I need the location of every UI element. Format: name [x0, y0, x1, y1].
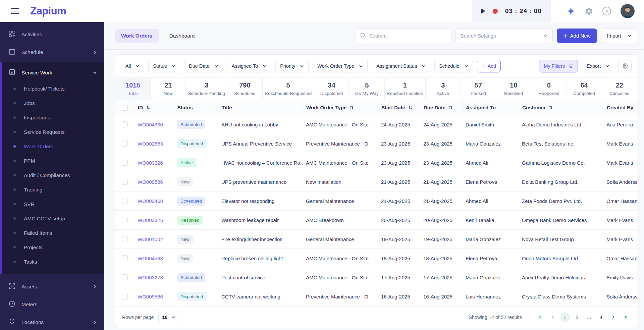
play-button[interactable] [481, 8, 485, 14]
column-header[interactable]: Start Date [378, 100, 420, 115]
status-stat[interactable]: 5 Reschedule Requested [263, 78, 314, 100]
work-order-id-link[interactable]: WO003325 [134, 211, 174, 229]
sidebar-subitem[interactable]: Audit / Compliances [2, 168, 104, 182]
sidebar-subitem[interactable]: Tasks [2, 255, 104, 269]
add-new-button[interactable]: + Add New [557, 29, 597, 43]
import-button[interactable]: Import [601, 29, 637, 43]
add-filter-button[interactable]: + Add [477, 60, 501, 72]
sidebar-subitem[interactable]: Projects [2, 240, 104, 255]
status-stat[interactable]: 22 Cancelled [602, 78, 637, 100]
search-input[interactable] [356, 29, 451, 43]
settings-gear-icon[interactable] [585, 7, 593, 15]
table-row[interactable]: WO009586 Dispatched CCTV camera not work… [115, 287, 637, 306]
status-stat[interactable]: 64 Completed [567, 78, 602, 100]
sidebar-subitem[interactable]: Training [2, 182, 104, 197]
row-checkbox[interactable] [122, 217, 128, 223]
status-stat[interactable]: 21 New [151, 78, 186, 100]
filter-dropdown[interactable]: Assigned To [227, 60, 272, 72]
row-checkbox[interactable] [122, 198, 128, 204]
select-all-checkbox[interactable] [122, 105, 128, 111]
table-row[interactable]: WO009586 New UPS preventive maintenance … [115, 172, 637, 191]
filter-dropdown[interactable]: All [121, 60, 144, 72]
column-header[interactable]: Title [218, 100, 303, 115]
table-row[interactable]: WO003326 Active HVAC not cooling – Confe… [115, 153, 637, 172]
filter-dropdown[interactable]: Status [148, 60, 180, 72]
sidebar-subitem[interactable]: Work Orders [2, 139, 104, 154]
sidebar-subitem[interactable]: PPM [2, 154, 104, 168]
table-row[interactable]: WO004563 New Replace broken ceiling ligh… [115, 249, 637, 268]
last-page-button[interactable] [620, 312, 630, 322]
sort-icon[interactable] [146, 105, 150, 110]
row-checkbox[interactable] [122, 294, 128, 300]
ai-sparkle-icon[interactable] [567, 7, 575, 15]
table-row[interactable]: WO003325 Resolved Washroom leakage repai… [115, 211, 637, 230]
status-stat[interactable]: 10 Resolved [496, 78, 531, 100]
page-number[interactable]: 2 [572, 312, 582, 322]
row-checkbox[interactable] [122, 255, 128, 261]
search-settings-select[interactable]: Search Settings [455, 29, 553, 43]
row-checkbox[interactable] [122, 121, 128, 127]
sidebar-subitem[interactable]: AMC CCTV setup [2, 211, 104, 226]
status-stat[interactable]: 3 Active [426, 78, 461, 100]
status-stat[interactable]: 790 Scheduled [227, 78, 263, 100]
first-page-button[interactable] [536, 312, 546, 322]
status-stat[interactable]: 5 On My Way [350, 78, 385, 100]
previous-page-button[interactable] [548, 312, 558, 322]
sort-icon[interactable] [549, 105, 553, 110]
row-checkbox[interactable] [122, 236, 128, 242]
row-checkbox[interactable] [122, 141, 128, 147]
hamburger-menu-icon[interactable] [9, 6, 21, 16]
column-header[interactable]: Assigned To [462, 100, 519, 115]
page-number[interactable]: ... [584, 312, 594, 322]
page-number[interactable]: 4 [596, 312, 606, 322]
sidebar-item-schedule[interactable]: Schedule [0, 43, 104, 61]
work-order-id-link[interactable]: WO003278 [134, 268, 174, 287]
sidebar-item-locations[interactable]: Locations [0, 313, 104, 330]
work-order-id-link[interactable]: WO001002 [134, 230, 174, 249]
help-icon[interactable]: ? [602, 7, 611, 15]
record-button[interactable] [493, 9, 498, 14]
work-order-id-link[interactable]: WO009586 [134, 287, 174, 306]
work-order-id-link[interactable]: WO002653 [134, 134, 174, 153]
sidebar-item-meters[interactable]: Meters [0, 295, 104, 313]
table-row[interactable]: WO004930 Scheduled AHU not cooling in Lo… [115, 115, 637, 134]
row-checkbox[interactable] [122, 179, 128, 185]
filter-dropdown[interactable]: Priority [275, 60, 309, 72]
status-stat[interactable]: 1 Reached Location [385, 78, 426, 100]
filter-dropdown[interactable]: Assignment Status [372, 60, 430, 72]
column-header[interactable]: Work Order Type [303, 100, 378, 115]
column-header[interactable]: Customer [519, 100, 603, 115]
sidebar-subitem[interactable]: Helpdesk/ Tickets [2, 81, 104, 96]
column-header[interactable]: ID [134, 100, 174, 115]
status-stat[interactable]: 1015 Total [115, 78, 151, 100]
sidebar-subitem[interactable]: Inspections [2, 110, 104, 125]
column-header[interactable]: Status [174, 100, 218, 115]
page-number[interactable]: 1 [560, 312, 570, 322]
next-page-button[interactable] [608, 312, 618, 322]
filter-dropdown[interactable]: Due Date [184, 60, 223, 72]
tab-dashboard[interactable]: Dashboard [163, 29, 201, 43]
table-row[interactable]: WO001002 New Fire extinguisher inspectio… [115, 230, 637, 249]
work-order-id-link[interactable]: WO003326 [134, 153, 174, 172]
status-stat[interactable]: 57 Paused [461, 78, 496, 100]
sort-icon[interactable] [448, 105, 453, 110]
work-order-id-link[interactable]: WO004930 [134, 115, 174, 134]
filter-dropdown[interactable]: Schedule [434, 60, 473, 72]
sidebar-item-service-work[interactable]: Service Work [2, 64, 104, 81]
column-header[interactable]: Created By [603, 100, 637, 115]
user-avatar[interactable] [621, 4, 635, 18]
work-order-id-link[interactable]: WO009586 [134, 172, 174, 191]
table-row[interactable]: WO003278 Scheduled Pest control service … [115, 268, 637, 287]
my-filters-button[interactable]: My Filters [539, 60, 578, 72]
filter-dropdown[interactable]: Work Order Type [313, 60, 368, 72]
sidebar-subitem[interactable]: Jobs [2, 96, 104, 110]
export-button[interactable]: Export [582, 60, 614, 72]
row-checkbox[interactable] [122, 160, 128, 166]
table-settings-button[interactable] [618, 60, 632, 72]
sidebar-subitem[interactable]: Service Requests [2, 125, 104, 139]
rows-per-page-select[interactable]: 10 [158, 311, 179, 323]
status-stat[interactable]: 0 Reopened [531, 78, 567, 100]
status-stat[interactable]: 34 Dispatched [314, 78, 349, 100]
row-checkbox[interactable] [122, 274, 128, 280]
sidebar-item-assets[interactable]: Assets [0, 278, 104, 295]
